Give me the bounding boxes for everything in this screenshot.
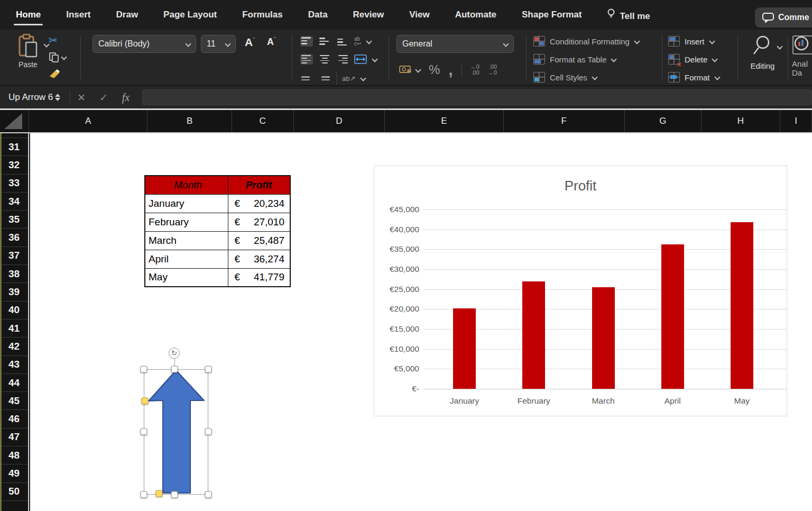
row-header-47[interactable]: 47 [0,428,28,446]
column-header-H[interactable]: H [702,110,781,132]
row-header-35[interactable]: 35 [0,211,28,229]
adjust-handle[interactable] [142,398,149,405]
decrease-indent-button[interactable] [300,73,313,84]
font-size-select[interactable]: 11 [201,35,236,53]
row-header-46[interactable]: 46 [0,410,28,428]
column-header-I[interactable]: I [780,110,812,132]
row-header-48[interactable]: 48 [0,446,28,464]
format-as-table-button[interactable]: Format as Table [533,52,616,67]
up-arrow-shape-selection[interactable]: ↻ [140,346,214,503]
orientation-chevron[interactable] [361,76,365,81]
month-cell[interactable]: April [145,250,228,268]
merge-center-chevron[interactable] [372,57,377,62]
tab-home[interactable]: Home [15,6,42,23]
row-header-38[interactable]: 38 [0,265,28,283]
row-header-49[interactable]: 49 [0,464,28,482]
bar-may[interactable] [731,222,753,389]
align-center-button[interactable] [318,54,331,65]
column-header-G[interactable]: G [625,110,702,132]
tab-data[interactable]: Data [307,6,329,23]
bar-march[interactable] [592,287,615,389]
tab-tell-me[interactable]: Tell me [606,5,651,25]
name-box[interactable]: Up Arrow 6 [0,92,70,103]
merge-center-icon[interactable] [354,54,367,64]
row-header-45[interactable]: 45 [0,392,28,410]
wrap-text-chevron[interactable] [366,39,371,44]
row-header-32[interactable]: 32 [0,156,28,174]
profit-cell[interactable]: €41,779 [228,268,290,287]
resize-handle[interactable] [205,428,212,435]
conditional-formatting-button[interactable]: Conditional Formatting [533,34,639,49]
wrap-text-icon[interactable]: ab c↩ [354,36,361,46]
row-header-36[interactable]: 36 [0,229,28,247]
align-left-button[interactable] [300,54,313,65]
increase-decimal-button[interactable]: ←0 .00 [470,64,479,76]
tab-formulas[interactable]: Formulas [241,6,284,23]
paste-dropdown-chevron[interactable] [44,42,49,47]
format-painter-button[interactable] [49,68,60,80]
tab-draw[interactable]: Draw [115,6,140,23]
profit-cell[interactable]: €20,234 [228,194,290,213]
orientation-icon[interactable]: ab↗ [342,75,355,83]
month-cell[interactable]: February [145,213,228,231]
align-bottom-button[interactable] [336,36,349,47]
insert-function-button[interactable]: fx [115,92,137,104]
comments-button[interactable]: Comme [755,7,812,28]
percent-style-button[interactable]: % [429,62,440,77]
insert-cells-button[interactable]: Insert [668,34,714,49]
cut-button[interactable]: ✂ [49,34,58,47]
table-header-profit[interactable]: Profit [228,176,290,194]
row-header-50[interactable]: 50 [0,483,28,501]
cell-styles-button[interactable]: Cell Styles [533,70,597,85]
row-header-40[interactable]: 40 [0,302,28,320]
table-header-month[interactable]: Month [145,176,228,194]
sheet-canvas[interactable]: Month Profit January€20,234February€27,0… [30,133,812,511]
profit-cell[interactable]: €36,274 [228,250,290,268]
row-header-43[interactable]: 43 [0,356,28,374]
resize-handle[interactable] [205,491,212,498]
resize-handle[interactable] [141,491,147,498]
enter-button[interactable]: ✓ [93,92,115,104]
column-header-A[interactable]: A [29,110,147,132]
column-header-F[interactable]: F [504,110,625,132]
column-header-E[interactable]: E [385,110,503,132]
row-header-33[interactable]: 33 [0,175,28,193]
profit-cell[interactable]: €25,487 [228,231,290,250]
font-name-select[interactable]: Calibri (Body) [93,35,196,53]
comma-style-button[interactable]: , [448,67,453,72]
align-right-button[interactable] [336,54,349,65]
tab-review[interactable]: Review [352,6,385,23]
resize-handle[interactable] [171,366,178,373]
formula-input[interactable] [142,89,812,105]
tab-view[interactable]: View [408,6,430,23]
month-cell[interactable]: January [145,194,228,213]
bar-april[interactable] [661,244,684,389]
row-header-44[interactable]: 44 [0,374,28,392]
column-header-C[interactable]: C [232,110,294,132]
bar-january[interactable] [453,308,476,389]
decrease-decimal-button[interactable]: .00 →0 [488,64,497,76]
decrease-font-size-button[interactable]: Aˇ [267,36,276,48]
number-format-select[interactable]: General [396,35,514,53]
name-box-stepper[interactable] [55,94,60,101]
format-cells-button[interactable]: Format [668,70,719,85]
column-header-B[interactable]: B [147,110,232,132]
row-header-42[interactable]: 42 [0,337,28,355]
resize-handle[interactable] [141,366,147,373]
row-header-34[interactable]: 34 [0,193,28,211]
month-cell[interactable]: March [145,231,228,250]
row-header-31[interactable]: 31 [0,138,28,156]
tab-automate[interactable]: Automate [454,6,497,23]
select-all-corner[interactable] [0,110,29,132]
row-header-41[interactable]: 41 [0,320,28,337]
editing-chevron[interactable] [777,44,782,49]
paste-button[interactable]: Paste [12,34,44,69]
copy-button[interactable] [49,51,66,63]
editing-group[interactable]: Editing [740,30,785,85]
tab-insert[interactable]: Insert [65,6,91,23]
column-header-D[interactable]: D [294,110,385,132]
month-cell[interactable]: May [145,268,228,287]
profit-chart[interactable]: Profit €-€5,000€10,000€15,000€20,000€25,… [374,166,787,416]
align-top-button[interactable] [300,36,313,47]
increase-font-size-button[interactable]: Aˆ [245,36,255,49]
